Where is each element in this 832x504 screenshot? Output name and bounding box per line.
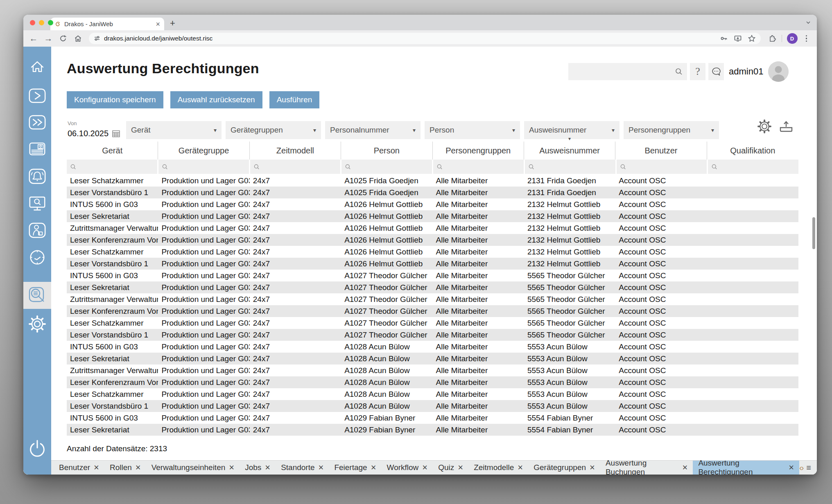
column-header[interactable]: Qualifikation	[707, 142, 798, 160]
table-row[interactable]: Leser Vorstandsbüro 1Produktion und Lage…	[67, 258, 798, 270]
tab-scroll-arrows-icon[interactable]: ‹›	[799, 463, 803, 473]
feedback-chat-button[interactable]	[708, 63, 724, 80]
table-row[interactable]: Leser Konferenzraum Vors...Produktion un…	[67, 305, 798, 317]
table-row[interactable]: Leser SchatzkammerProduktion und Lager G…	[67, 388, 798, 400]
tab-close-icon[interactable]: ×	[265, 463, 270, 472]
tab-close-icon[interactable]: ×	[458, 463, 463, 472]
column-header[interactable]: ▾Ausweisnummer	[524, 142, 615, 160]
date-from-value[interactable]: 06.10.2025	[68, 129, 109, 138]
tab-close-icon[interactable]: ×	[518, 463, 523, 472]
forward-icon[interactable]: →	[42, 32, 54, 45]
execute-button[interactable]: Ausführen	[269, 91, 320, 108]
table-row[interactable]: INTUS 5600 in G03Produktion und Lager G0…	[67, 198, 798, 210]
column-header[interactable]: Person	[341, 142, 432, 160]
column-filter-input[interactable]	[433, 160, 524, 174]
column-header[interactable]: Zeitmodell	[250, 142, 341, 160]
home-icon[interactable]	[72, 32, 84, 45]
url-bar[interactable]: drakos.janicloud.de/janiweb/outest.risc	[89, 33, 761, 44]
tab-close-icon[interactable]: ×	[422, 463, 427, 472]
search-icon[interactable]	[675, 68, 683, 76]
global-search-field[interactable]	[568, 63, 687, 80]
sidebar-fast-forward-icon[interactable]	[23, 111, 51, 134]
table-row[interactable]: INTUS 5600 in G03Produktion und Lager G0…	[67, 270, 798, 281]
bottom-tab[interactable]: Auswertung Buchungen×	[600, 461, 693, 475]
bottom-tab[interactable]: Gerätegruppen×	[528, 461, 600, 475]
password-key-icon[interactable]	[720, 34, 728, 43]
new-tab-icon[interactable]: +	[170, 18, 175, 30]
tab-close-icon[interactable]: ×	[136, 463, 141, 472]
table-row[interactable]: Zutrittsmanager VerwaltungProduktion und…	[67, 364, 798, 376]
sidebar-bell-icon[interactable]	[23, 165, 51, 188]
sidebar-monitor-search-icon[interactable]	[23, 192, 51, 215]
column-filter-input[interactable]	[250, 160, 341, 174]
table-settings-gear-icon[interactable]	[757, 119, 772, 134]
bottom-tab[interactable]: Verwaltungseinheiten×	[146, 461, 240, 475]
table-row[interactable]: Leser SekretariatProduktion und Lager G0…	[67, 281, 798, 293]
tab-close-icon[interactable]: ×	[590, 463, 595, 472]
table-row[interactable]: Leser Vorstandsbüro 1Produktion und Lage…	[67, 400, 798, 412]
table-row[interactable]: Leser SekretariatProduktion und Lager G0…	[67, 424, 798, 436]
export-icon[interactable]	[779, 120, 794, 133]
tab-close-icon[interactable]: ×	[683, 463, 688, 472]
zoom-window-icon[interactable]	[48, 20, 53, 25]
column-filter-input[interactable]	[708, 160, 798, 174]
column-filter-input[interactable]	[67, 160, 157, 174]
column-header[interactable]: Personengruppen	[433, 142, 524, 160]
table-row[interactable]: Leser SekretariatProduktion und Lager G0…	[67, 210, 798, 222]
column-header[interactable]: Benutzer	[615, 142, 707, 160]
browser-profile-avatar[interactable]: D	[787, 33, 798, 44]
date-from-field[interactable]: Von 06.10.2025	[67, 121, 110, 139]
sidebar-home-icon[interactable]	[23, 55, 51, 78]
browser-menu-icon[interactable]	[803, 35, 811, 42]
sidebar-play-icon[interactable]	[23, 84, 51, 107]
tab-list-menu-icon[interactable]: ≡	[806, 463, 811, 473]
table-row[interactable]: Leser SchatzkammerProduktion und Lager G…	[67, 317, 798, 329]
filter-dropdown[interactable]: Gerät▾	[126, 121, 222, 139]
save-configuration-button[interactable]: Konfiguration speichern	[67, 91, 163, 108]
minimize-window-icon[interactable]	[39, 20, 44, 25]
bottom-tab[interactable]: Feiertage×	[329, 461, 381, 475]
install-app-icon[interactable]	[734, 34, 742, 43]
table-row[interactable]: Leser SekretariatProduktion und Lager G0…	[67, 353, 798, 364]
bottom-tab[interactable]: Standorte×	[276, 461, 329, 475]
column-filter-input[interactable]	[158, 160, 249, 174]
global-search-input[interactable]	[572, 68, 675, 76]
table-row[interactable]: Leser SchatzkammerProduktion und Lager G…	[67, 175, 798, 187]
sidebar-clock-icon[interactable]	[23, 246, 51, 269]
column-header[interactable]: Gerätegruppe	[158, 142, 249, 160]
sidebar-report-search-item[interactable]	[23, 282, 51, 309]
window-controls[interactable]	[30, 20, 53, 25]
bottom-tab[interactable]: Workflow×	[382, 461, 433, 475]
tab-close-icon[interactable]: ×	[229, 463, 234, 472]
bottom-tab[interactable]: Auswertung Berechtigungen×	[693, 461, 799, 475]
filter-dropdown[interactable]: Ausweisnummer▾	[524, 121, 619, 139]
table-row[interactable]: Leser Vorstandsbüro 1Produktion und Lage…	[67, 187, 798, 198]
calendar-icon[interactable]	[112, 129, 120, 138]
filter-dropdown[interactable]: Personengruppen▾	[624, 121, 719, 139]
tab-close-icon[interactable]: ×	[94, 463, 99, 472]
tab-close-icon[interactable]: ×	[789, 463, 794, 472]
reload-icon[interactable]	[57, 32, 69, 45]
table-scrollbar[interactable]	[812, 217, 815, 340]
table-row[interactable]: Leser SchatzkammerProduktion und Lager G…	[67, 246, 798, 258]
sidebar-id-card-icon[interactable]	[23, 137, 51, 160]
close-window-icon[interactable]	[30, 20, 35, 25]
tab-close-icon[interactable]: ×	[371, 463, 376, 472]
table-row[interactable]: INTUS 5600 in G03Produktion und Lager G0…	[67, 412, 798, 424]
sidebar-gear-icon[interactable]	[23, 313, 51, 335]
column-header[interactable]: Gerät	[67, 142, 158, 160]
tab-close-icon[interactable]: ×	[156, 20, 160, 28]
reset-selection-button[interactable]: Auswahl zurücksetzen	[170, 91, 262, 108]
back-icon[interactable]: ←	[27, 32, 40, 45]
browser-tab[interactable]: Drakos - JaniWeb ×	[50, 18, 164, 30]
filter-dropdown[interactable]: Personalnummer▾	[325, 121, 421, 139]
table-row[interactable]: Leser Konferenzraum Vors...Produktion un…	[67, 234, 798, 246]
sidebar-power-icon[interactable]	[23, 434, 51, 464]
column-filter-input[interactable]	[525, 160, 615, 174]
scrollbar-thumb[interactable]	[812, 217, 815, 249]
extensions-puzzle-icon[interactable]	[768, 34, 777, 43]
table-row[interactable]: INTUS 5600 in G03Produktion und Lager G0…	[67, 341, 798, 353]
bookmark-star-icon[interactable]	[748, 34, 756, 43]
table-row[interactable]: Zutrittsmanager VerwaltungProduktion und…	[67, 222, 798, 234]
tab-close-icon[interactable]: ×	[319, 463, 324, 472]
